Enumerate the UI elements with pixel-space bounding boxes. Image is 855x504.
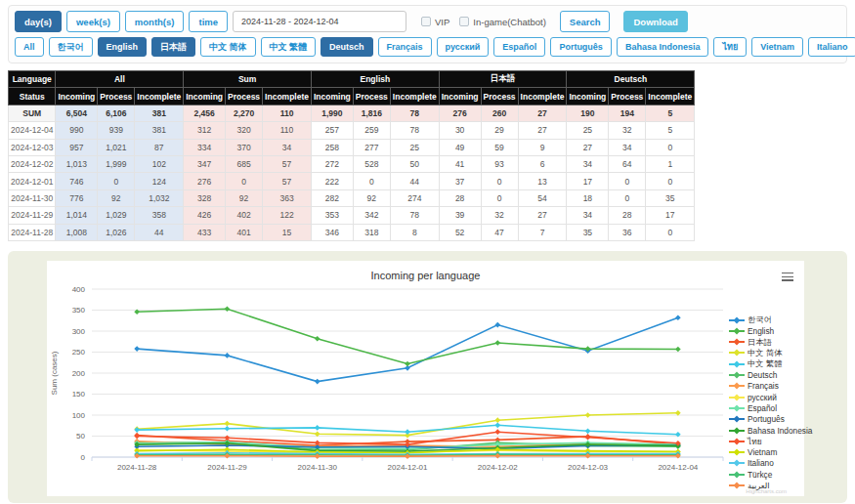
series-marker [494, 322, 500, 328]
table-cell: 64 [609, 155, 646, 172]
table-group-header: 日本語 [439, 71, 567, 88]
table-cell: 54 [518, 189, 567, 206]
table-cell: 6,504 [56, 105, 98, 121]
table-cell: 0 [646, 224, 695, 240]
table-row: SUM6,5046,1063812,4562,2701101,9901,8167… [9, 105, 695, 121]
y-axis-tick-label: 150 [72, 390, 86, 399]
period-button-group: day(s)week(s)month(s)time [15, 11, 228, 32]
y-axis-tick-label: 350 [72, 306, 86, 315]
table-cell: 17 [567, 173, 609, 189]
language-filter-русский[interactable]: русский [437, 37, 490, 57]
language-filter-all[interactable]: All [15, 37, 44, 57]
table-cell: 1,990 [311, 105, 353, 121]
language-filter-한국어[interactable]: 한국어 [49, 37, 93, 57]
legend-item-中文 简体[interactable]: 中文 简体 [729, 348, 803, 358]
table-cell: 34 [567, 207, 609, 224]
language-filter-bahasa-indonesia[interactable]: Bahasa Indonesia [617, 37, 709, 57]
table-row-label: SUM [9, 105, 56, 121]
table-cell: 35 [567, 224, 609, 240]
table-cell: 29 [481, 122, 518, 139]
language-filter-english[interactable]: English [98, 37, 148, 57]
legend-item-Français[interactable]: Français [729, 381, 803, 392]
table-cell: 0 [481, 173, 518, 189]
language-filter-español[interactable]: Español [493, 37, 545, 57]
legend-item-Bahasa Indonesia[interactable]: Bahasa Indonesia [729, 425, 803, 436]
table-cell: 1,014 [56, 207, 98, 224]
language-filter-中文-繁體[interactable]: 中文 繁體 [261, 37, 317, 57]
legend-item-русский[interactable]: русский [729, 392, 803, 402]
table-subheader: Incomplete [518, 88, 567, 105]
language-filter-français[interactable]: Français [378, 37, 432, 57]
language-filter-vietnam[interactable]: Vietnam [751, 37, 803, 57]
language-filter-日本語[interactable]: 日本語 [151, 37, 195, 57]
table-cell: 8 [390, 224, 439, 240]
table-cell: 0 [646, 139, 695, 155]
table-row: 2024-12-04990939381312320110257259783029… [9, 122, 695, 139]
legend-item-Türkçe[interactable]: Türkçe [729, 469, 803, 480]
legend-item-Italiano[interactable]: Italiano [729, 458, 803, 469]
x-axis-tick-label: 2024-11-30 [298, 463, 338, 472]
table-cell: 25 [390, 139, 439, 155]
table-subheader: Incoming [311, 88, 353, 105]
table-corner-language: Language [9, 71, 56, 88]
legend-item-Deutsch[interactable]: Deutsch [729, 369, 803, 380]
table-cell: 222 [311, 173, 353, 189]
period-button-weeks[interactable]: week(s) [66, 11, 120, 32]
chart-menu-icon[interactable] [781, 272, 794, 282]
period-button-time[interactable]: time [189, 11, 228, 32]
table-cell: 92 [353, 189, 390, 206]
table-cell: 1,999 [98, 155, 135, 172]
legend-item-한국어[interactable]: 한국어 [729, 315, 803, 325]
table-subheader: Incomplete [263, 88, 312, 105]
table-cell: 110 [263, 122, 312, 139]
language-filter-中文-简体[interactable]: 中文 简体 [200, 37, 256, 57]
table-cell: 5 [646, 122, 695, 139]
table-cell: 28 [439, 189, 481, 206]
table-cell: 353 [311, 207, 353, 224]
legend-item-English[interactable]: English [729, 325, 803, 336]
legend-label: Português [748, 414, 785, 424]
legend-label: Italiano [748, 458, 774, 468]
table-cell: 426 [184, 207, 226, 224]
table-subheader: Incoming [567, 88, 609, 105]
period-button-days[interactable]: day(s) [15, 11, 62, 32]
checkbox-vip[interactable]: VIP [421, 17, 449, 27]
legend-item-Português[interactable]: Português [729, 414, 803, 425]
table-cell: 6 [518, 155, 567, 172]
language-filter-ไทย[interactable]: ไทย [713, 37, 747, 57]
checkbox-label: In-game(Chatbot) [473, 17, 545, 27]
checkbox-box[interactable] [421, 17, 431, 26]
legend-item-Español[interactable]: Español [729, 402, 803, 413]
legend-marker-icon [729, 415, 745, 423]
legend-item-Vietnam[interactable]: Vietnam [729, 446, 803, 457]
language-filter-português[interactable]: Português [550, 37, 612, 57]
table-cell: 78 [390, 122, 439, 139]
legend-marker-icon [729, 327, 745, 335]
legend-marker-icon [729, 394, 745, 401]
table-cell: 36 [609, 224, 646, 240]
table-cell: 92 [226, 189, 263, 206]
legend-item-日本語[interactable]: 日本語 [729, 337, 803, 348]
table-cell: 1,008 [56, 224, 98, 240]
date-range-input[interactable] [233, 11, 406, 32]
table-cell: 34 [609, 139, 646, 155]
legend-item-ไทย[interactable]: ไทย [729, 436, 803, 446]
language-filter-italiano[interactable]: Italiano [808, 37, 855, 57]
checkbox-box[interactable] [459, 17, 469, 26]
download-button[interactable]: Download [623, 11, 687, 32]
period-button-months[interactable]: month(s) [125, 11, 185, 32]
search-button[interactable]: Search [560, 11, 611, 32]
legend-item-中文 繁體[interactable]: 中文 繁體 [729, 358, 803, 369]
table-group-header: All [56, 71, 184, 88]
table-subheader: Process [353, 88, 390, 105]
series-marker [225, 353, 231, 358]
x-axis-tick-label: 2024-12-03 [568, 463, 608, 472]
checkbox-ingamechatbot[interactable]: In-game(Chatbot) [459, 17, 545, 27]
legend-marker-icon [729, 404, 745, 412]
table-cell: 28 [609, 207, 646, 224]
language-filter-deutsch[interactable]: Deutsch [321, 37, 373, 57]
table-cell: 381 [135, 122, 184, 139]
table-cell: 402 [226, 207, 263, 224]
table-cell: 0 [98, 173, 135, 189]
table-cell: 124 [135, 173, 184, 189]
